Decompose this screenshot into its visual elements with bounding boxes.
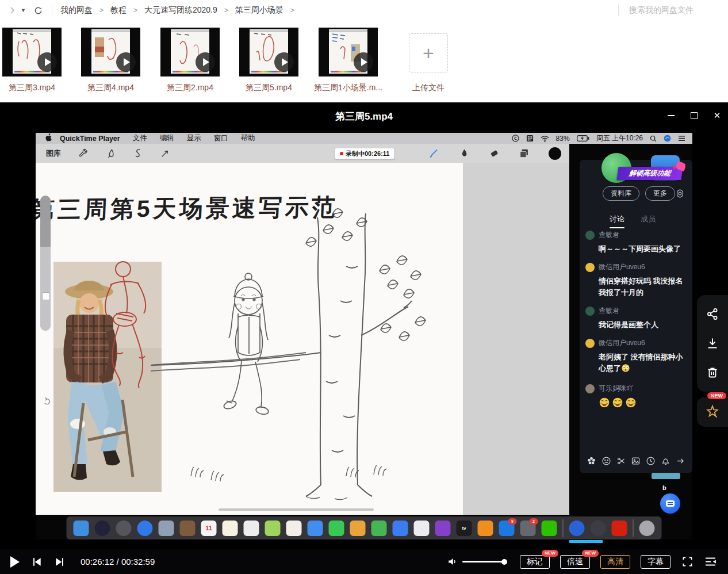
hidden-button-peek xyxy=(652,473,680,479)
chat-tabs: 讨论 成员 xyxy=(610,214,656,224)
avatar xyxy=(585,339,595,348)
speaker-icon[interactable] xyxy=(447,556,458,567)
chat-message: 查敏君我记得是画整个人 xyxy=(585,306,688,331)
player-button-字幕[interactable]: 字幕 xyxy=(641,555,670,569)
dock-icon-notes xyxy=(223,521,238,536)
time-display: 00:26:12 / 00:32:59 xyxy=(81,557,155,567)
share-icon[interactable] xyxy=(706,307,719,321)
class-chat-panel: 解锁高级功能 资料库 更多 讨论 成员 查敏君啊～～～下周要画头像了微信用户uv… xyxy=(580,160,692,473)
file-tile[interactable]: .red{stroke:#c0564a;fill:none;stroke-wid… xyxy=(319,28,378,97)
minimize-button[interactable] xyxy=(667,112,675,120)
copyright-status-icon xyxy=(512,135,519,142)
dock-icon-wechat xyxy=(542,521,557,536)
menubar-clock: 周五 上午10:26 xyxy=(596,133,643,143)
chat-message: 微信用户uveu6老阿姨了 没有情侣那种小心思了 xyxy=(585,338,688,376)
apple-logo-icon xyxy=(45,133,52,143)
video-frame[interactable]: QuickTime Player 文件编辑显示窗口帮助 83% 周五 上午10:… xyxy=(0,129,728,549)
menubar-menu-item: 显示 xyxy=(187,133,201,143)
player-button-标记[interactable]: 标记NEW xyxy=(520,555,550,569)
procreate-window: 图库 录制中00:26:11 xyxy=(36,144,569,515)
plus-icon: + xyxy=(423,42,434,64)
color-swatch xyxy=(549,147,561,160)
forward-nav-icon[interactable] xyxy=(8,6,16,14)
message-username: 查敏君 xyxy=(599,230,619,240)
search-divider xyxy=(618,5,619,16)
pin-tool-button[interactable] xyxy=(697,397,728,427)
dock-icon-books xyxy=(478,521,493,536)
file-tile[interactable]: .red{stroke:#c0564a;fill:none;stroke-wid… xyxy=(239,28,298,97)
refresh-icon[interactable] xyxy=(34,6,43,15)
window-controls: ✕ xyxy=(667,102,721,129)
dock-icon-photos xyxy=(286,521,302,536)
play-button[interactable] xyxy=(10,556,20,568)
drawing-canvas: 第三周第5天场景速写示范 xyxy=(36,163,463,515)
topbar-divider xyxy=(52,5,52,16)
file-tile[interactable]: .red{stroke:#c0564a;fill:none;stroke-wid… xyxy=(81,28,140,97)
chat-message: 查敏君啊～～～下周要画头像了 xyxy=(585,230,688,255)
play-overlay-icon[interactable] xyxy=(37,52,57,72)
breadcrumb-item[interactable]: 我的网盘 xyxy=(60,5,93,16)
delete-icon[interactable] xyxy=(706,366,719,380)
notification-center-icon xyxy=(678,135,685,141)
message-username: 可乐妈咪吖 xyxy=(599,384,633,393)
new-badge: NEW xyxy=(582,550,599,557)
breadcrumb-item[interactable]: 教程 xyxy=(110,5,127,16)
breadcrumb-separator: > xyxy=(224,6,228,14)
dock-separator xyxy=(633,519,634,537)
previous-button[interactable] xyxy=(31,556,43,568)
file-tile[interactable]: .red{stroke:#c0564a;fill:none;stroke-wid… xyxy=(2,28,62,97)
maximize-button[interactable] xyxy=(690,112,698,120)
file-tile[interactable]: .red{stroke:#c0564a;fill:none;stroke-wid… xyxy=(160,28,220,97)
fullscreen-icon[interactable] xyxy=(682,556,693,567)
video-thumbnail: .red{stroke:#c0564a;fill:none;stroke-wid… xyxy=(239,28,298,76)
mac-menubar: QuickTime Player 文件编辑显示窗口帮助 83% 周五 上午10:… xyxy=(36,133,692,144)
breadcrumb-item[interactable]: 大元速写团练2020.9 xyxy=(144,5,217,16)
wrench-icon xyxy=(78,148,89,159)
flower-icon xyxy=(587,456,596,466)
menubar-menus: 文件编辑显示窗口帮助 xyxy=(120,133,255,143)
next-button[interactable] xyxy=(54,556,66,568)
topbar: ▼ 我的网盘>教程>大元速写团练2020.9>第三周小场景> 搜索我的网盘文件 xyxy=(0,0,728,21)
arrow-right-icon xyxy=(676,456,685,466)
menubar-menu-item: 编辑 xyxy=(160,133,174,143)
dock-icon-calendar: 11 xyxy=(201,521,217,536)
face-with-tears-of-joy-emoji xyxy=(612,397,623,412)
player-button-倍速[interactable]: 倍速NEW xyxy=(560,555,590,569)
play-overlay-icon[interactable] xyxy=(274,52,294,72)
image-icon xyxy=(631,456,641,466)
upload-file-button[interactable]: + xyxy=(409,33,448,72)
chat-toolbar xyxy=(587,456,685,466)
file-name: 第三周3.mp4 xyxy=(0,83,73,93)
dock-icon-preview xyxy=(159,521,174,536)
breadcrumb-item[interactable]: 第三周小场景 xyxy=(235,5,283,16)
face-with-tears-of-joy-emoji xyxy=(599,397,610,412)
search-input[interactable]: 搜索我的网盘文件 xyxy=(629,5,693,16)
video-thumbnail: .red{stroke:#c0564a;fill:none;stroke-wid… xyxy=(2,28,62,76)
dock-icon-music xyxy=(414,521,430,536)
download-icon[interactable] xyxy=(706,336,719,350)
play-overlay-icon[interactable] xyxy=(116,52,136,72)
volume-slider[interactable] xyxy=(462,561,506,562)
chat-message: 微信用户uveu6情侣穿搭好玩吗 我没报名 我报了十月的 xyxy=(585,262,688,299)
file-name: 第三周2.mp4 xyxy=(149,83,231,93)
smudge-icon xyxy=(459,148,470,159)
player-button-高清[interactable]: 高清 xyxy=(600,555,630,569)
wifi-icon xyxy=(541,135,549,142)
player-controls: 00:26:12 / 00:32:59 标记NEW倍速NEW高清字幕 xyxy=(0,549,728,574)
progress-peek xyxy=(569,540,603,543)
play-overlay-icon[interactable] xyxy=(354,52,373,72)
avatar xyxy=(585,307,595,316)
close-button[interactable]: ✕ xyxy=(713,112,721,120)
video-player-window: 第三周5.mp4 ✕ QuickTime Player 文件编辑显示窗口帮助 xyxy=(0,102,728,574)
menubar-status: 83% 周五 上午10:26 xyxy=(512,133,685,143)
message-username: 微信用户uveu6 xyxy=(599,338,645,348)
menubar-app-name[interactable]: QuickTime Player xyxy=(60,135,120,143)
playlist-icon[interactable] xyxy=(704,557,716,567)
mac-dock: 11tv92 xyxy=(67,516,662,539)
breadcrumb-separator: > xyxy=(133,6,137,14)
play-overlay-icon[interactable] xyxy=(196,52,215,72)
history-dropdown-icon[interactable]: ▼ xyxy=(21,7,26,13)
video-thumbnail: .red{stroke:#c0564a;fill:none;stroke-wid… xyxy=(81,28,140,76)
topbar-right: 搜索我的网盘文件 xyxy=(618,5,728,16)
video-thumbnail: .red{stroke:#c0564a;fill:none;stroke-wid… xyxy=(160,28,220,76)
